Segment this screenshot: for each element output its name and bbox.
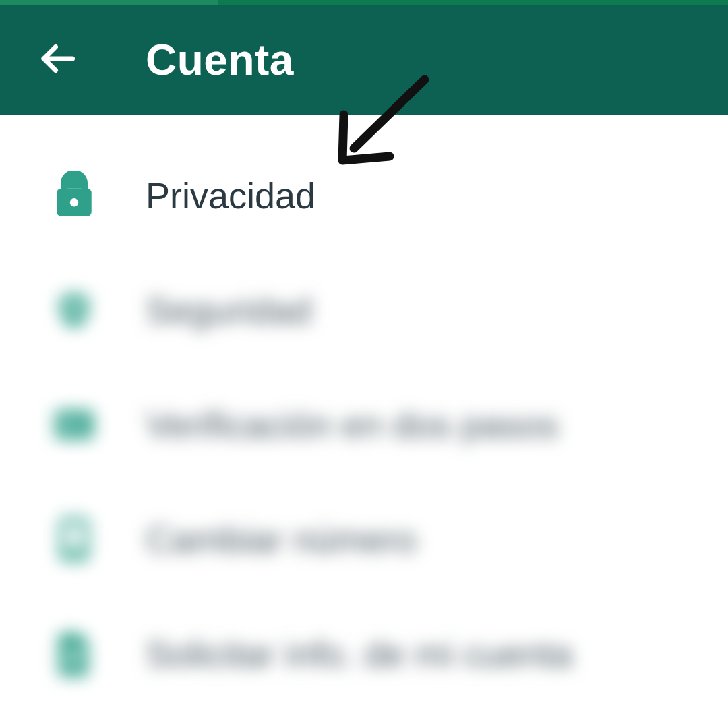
shield-icon xyxy=(47,289,101,331)
svg-rect-12 xyxy=(65,656,82,659)
status-bar xyxy=(0,0,728,5)
svg-rect-13 xyxy=(65,663,78,666)
settings-list: Privacidad Seguridad Verificación en dos… xyxy=(0,115,728,711)
document-icon xyxy=(47,632,101,676)
back-button[interactable] xyxy=(34,36,81,84)
app-bar: Cuenta xyxy=(0,5,728,115)
settings-item-label: Privacidad xyxy=(146,175,315,216)
settings-item-label: Cambiar número xyxy=(146,518,417,560)
svg-point-10 xyxy=(71,553,77,558)
svg-rect-11 xyxy=(65,648,82,652)
settings-item-security[interactable]: Seguridad xyxy=(0,253,728,367)
settings-item-label: Seguridad xyxy=(146,289,311,331)
svg-rect-5 xyxy=(60,421,65,428)
svg-point-3 xyxy=(68,303,80,315)
settings-item-change-number[interactable]: Cambiar número xyxy=(0,482,728,597)
settings-item-label: Verificación en dos pasos xyxy=(146,404,558,446)
page-title: Cuenta xyxy=(146,35,294,85)
lock-icon xyxy=(47,171,101,220)
settings-item-two-step[interactable]: Verificación en dos pasos xyxy=(0,367,728,482)
svg-point-2 xyxy=(70,198,78,206)
settings-item-request-info[interactable]: Solicitar info. de mi cuenta xyxy=(0,597,728,711)
arrow-left-icon xyxy=(37,38,78,82)
badge-icon xyxy=(47,408,101,441)
settings-item-label: Solicitar info. de mi cuenta xyxy=(146,633,572,675)
svg-rect-7 xyxy=(78,421,83,428)
settings-item-privacy[interactable]: Privacidad xyxy=(0,138,728,253)
svg-rect-9 xyxy=(65,523,84,550)
phone-icon xyxy=(47,516,101,563)
svg-rect-6 xyxy=(69,421,74,428)
